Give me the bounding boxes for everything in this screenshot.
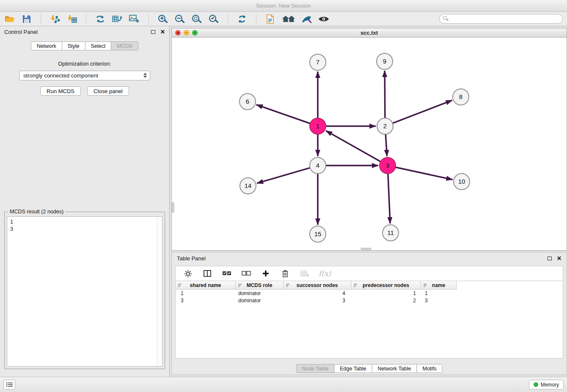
mcds-result-line: 3 <box>10 225 159 232</box>
column-header-shared-name[interactable]: shared name <box>176 281 236 290</box>
optimization-criterion-label: Optimization criterion: <box>0 61 169 67</box>
tab-network[interactable]: Network <box>31 41 62 50</box>
show-hide-graphics-icon[interactable] <box>318 14 329 25</box>
window-zoom-icon[interactable] <box>192 30 198 36</box>
show-column-icon[interactable] <box>202 268 213 279</box>
result-scrollbar[interactable] <box>157 217 162 366</box>
horizontal-scrollbar-thumb[interactable] <box>361 248 372 250</box>
mcds-result-box: 1 3 <box>7 216 162 367</box>
column-label: predecessor nodes <box>363 282 409 288</box>
cell-name: 1 <box>421 290 457 296</box>
tab-select[interactable]: Select <box>85 41 112 50</box>
close-table-panel-icon[interactable] <box>557 256 561 261</box>
copy-style-icon[interactable] <box>265 14 276 25</box>
cell-successor-nodes: 3 <box>284 298 351 304</box>
graph-node-label: 3 <box>386 162 389 169</box>
toolbar-separator <box>256 14 256 24</box>
graph-node-label: 9 <box>383 58 386 65</box>
graph-edge-2-3[interactable] <box>385 134 387 156</box>
memory-button[interactable]: Memory <box>529 380 564 389</box>
column-header-mcds-role[interactable]: MCDS role <box>236 281 284 290</box>
delete-column-icon[interactable] <box>280 268 291 279</box>
tab-style[interactable]: Style <box>62 41 85 50</box>
new-network-icon[interactable] <box>95 14 106 25</box>
tab-motifs[interactable]: Motifs <box>416 364 442 373</box>
table-panel-tabs: Node Table Edge Table Network Table Moti… <box>296 364 443 373</box>
add-column-icon[interactable] <box>260 268 271 279</box>
zoom-fit-icon[interactable] <box>191 14 202 25</box>
control-panel: Control Panel Network Style Select MCDS … <box>0 26 170 377</box>
zoom-selected-icon[interactable] <box>208 14 219 25</box>
search-input[interactable] <box>439 14 563 24</box>
select-all-columns-icon[interactable] <box>221 268 232 279</box>
refresh-view-icon[interactable] <box>237 14 248 25</box>
graph-edge-4-14[interactable] <box>257 168 310 183</box>
cell-predecessor-nodes: 1 <box>351 290 421 296</box>
save-session-icon[interactable] <box>21 14 32 25</box>
status-bar: Memory <box>0 377 567 392</box>
table-row[interactable]: 3 dominator 3 2 3 <box>176 297 563 304</box>
close-panel-button[interactable]: Close panel <box>87 86 129 96</box>
graph-node-label: 1 <box>316 122 319 130</box>
cell-name: 3 <box>421 298 457 304</box>
window-close-icon[interactable] <box>175 30 181 36</box>
first-neighbors-icon[interactable] <box>282 14 295 25</box>
table-header-row: shared name MCDS role successor nodes pr… <box>176 281 563 290</box>
graph-node-label: 11 <box>387 229 394 236</box>
graph-edge-2-8[interactable] <box>393 100 452 123</box>
column-label: successor nodes <box>296 282 338 288</box>
table-row[interactable]: 1 dominator 4 1 1 <box>176 290 563 297</box>
new-table-icon[interactable] <box>112 14 123 25</box>
import-table-icon[interactable] <box>66 14 77 25</box>
run-mcds-button[interactable]: Run MCDS <box>40 86 81 96</box>
export-image-icon[interactable] <box>129 14 140 25</box>
toolbar-separator <box>149 14 149 24</box>
column-header-successor-nodes[interactable]: successor nodes <box>284 281 351 290</box>
tab-node-table[interactable]: Node Table <box>296 364 334 373</box>
graph-edge-1-6[interactable] <box>256 105 310 123</box>
toolbar-separator <box>41 14 41 24</box>
vertical-scrollbar-thumb[interactable] <box>172 202 174 213</box>
mcds-result-title: MCDS result (2 nodes) <box>8 209 65 215</box>
float-panel-icon[interactable] <box>151 30 155 34</box>
tab-mcds[interactable]: MCDS <box>111 41 138 50</box>
cell-successor-nodes: 4 <box>284 290 351 296</box>
task-history-button[interactable] <box>3 380 15 389</box>
column-label: MCDS role <box>247 282 272 288</box>
memory-label: Memory <box>541 382 559 388</box>
mcds-result-line: 1 <box>10 218 159 225</box>
network-canvas[interactable]: 7968124314101511 <box>172 38 567 250</box>
cell-shared-name: 3 <box>176 298 236 304</box>
network-window-titlebar[interactable]: scc.txt <box>172 28 567 38</box>
graph-edge-3-11[interactable] <box>388 174 390 224</box>
graph-edge-3-10[interactable] <box>396 167 453 179</box>
zoom-out-icon[interactable] <box>174 14 185 25</box>
unselect-all-columns-icon[interactable] <box>241 268 252 279</box>
tab-edge-table[interactable]: Edge Table <box>334 364 372 373</box>
column-header-name[interactable]: name <box>421 281 457 290</box>
apply-style-icon[interactable] <box>301 14 312 25</box>
window-title: Session: New Session <box>256 3 311 9</box>
float-table-panel-icon[interactable] <box>548 257 552 260</box>
column-header-predecessor-nodes[interactable]: predecessor nodes <box>351 281 421 290</box>
zoom-in-icon[interactable] <box>157 14 168 25</box>
table-settings-gear-icon[interactable] <box>182 268 193 279</box>
list-icon <box>6 382 13 387</box>
optimization-criterion-dropdown[interactable]: strongly connected component <box>19 71 150 80</box>
network-view-window: scc.txt 7968124314101511 <box>171 28 567 251</box>
search-field-wrap <box>439 14 563 24</box>
open-session-icon[interactable] <box>4 14 15 25</box>
import-network-icon[interactable] <box>50 14 61 25</box>
cell-predecessor-nodes: 2 <box>351 298 421 304</box>
graph-node-label: 6 <box>246 98 249 105</box>
graph-node-label: 4 <box>316 162 319 169</box>
main-toolbar <box>0 12 567 26</box>
close-panel-icon[interactable] <box>160 30 165 34</box>
tab-network-table[interactable]: Network Table <box>372 364 417 373</box>
column-label: name <box>432 282 445 288</box>
graph-edge-3-1[interactable] <box>326 131 380 162</box>
graph-node-label: 7 <box>316 58 319 66</box>
control-panel-tabs: Network Style Select MCDS <box>0 41 169 50</box>
graph-edge-2-9[interactable] <box>385 71 385 118</box>
window-minimize-icon[interactable] <box>184 30 189 36</box>
